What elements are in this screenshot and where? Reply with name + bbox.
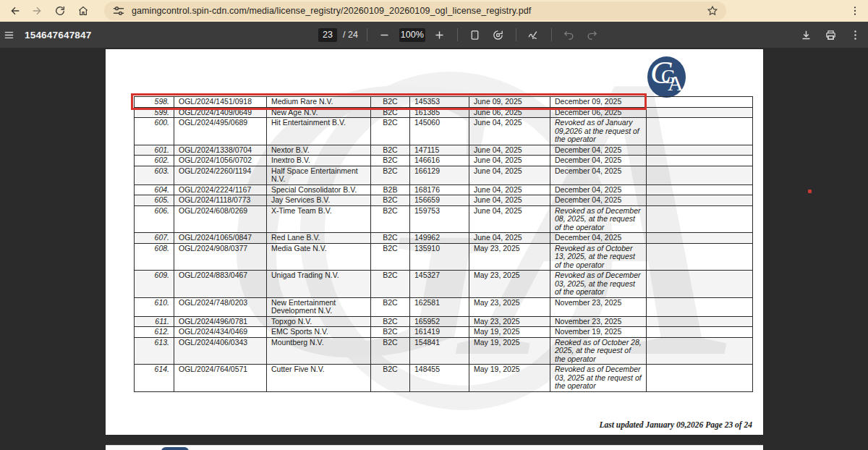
- redo-icon[interactable]: [584, 26, 601, 43]
- row-number-cell: 601.: [135, 145, 174, 156]
- annotate-pen-icon[interactable]: [525, 26, 542, 43]
- notes-cell: [647, 195, 753, 206]
- license-id-cell: OGL/2024/2260/1194: [174, 166, 267, 184]
- issue-date-cell: May 23, 2025: [469, 297, 550, 316]
- rotate-icon[interactable]: [490, 26, 507, 43]
- row-number-cell: 607.: [135, 233, 174, 244]
- status-cell: Reoked as of October 28, 2025, at the re…: [550, 337, 647, 365]
- url-text[interactable]: gamingcontrol.spin-cdn.com/media/license…: [132, 6, 700, 16]
- license-id-cell: OGL/2024/883/0467: [174, 271, 267, 298]
- status-cell: December 04, 2025: [550, 145, 647, 156]
- registry-number-cell: 147115: [410, 145, 469, 156]
- table-row: 610.OGL/2024/748/0203New Entertainment D…: [135, 297, 753, 316]
- browser-menu-icon[interactable]: [848, 3, 862, 19]
- screen: gamingcontrol.spin-cdn.com/media/license…: [0, 0, 868, 450]
- zoom-level-input[interactable]: 100%: [399, 28, 425, 42]
- license-type-cell: B2C: [371, 195, 410, 206]
- site-settings-icon[interactable]: [111, 4, 126, 18]
- issue-date-cell: June 04, 2025: [469, 156, 550, 166]
- notes-cell: [647, 233, 753, 244]
- divider: [457, 28, 458, 41]
- operator-name-cell: X-Time Team B.V.: [267, 205, 371, 233]
- pdf-page-24-edge: [106, 445, 763, 450]
- bookmark-star-icon[interactable]: [706, 4, 719, 17]
- pdf-page-23: GA C G A 598.OGL/2024/1451/0918Medium Ra…: [106, 49, 763, 435]
- pdf-toolbar: 154647647847 23 / 24 100%: [0, 22, 868, 48]
- license-type-cell: B2C: [371, 118, 410, 145]
- undo-icon[interactable]: [561, 26, 578, 43]
- status-cell: November 19, 2025: [550, 327, 647, 338]
- registry-number-cell: 146616: [410, 156, 469, 166]
- menu-icon[interactable]: [0, 26, 17, 43]
- operator-name-cell: Half Space Entertainment N.V.: [267, 166, 371, 184]
- table-row: 604.OGL/2024/2224/1167Special Consolidat…: [135, 184, 753, 195]
- address-bar[interactable]: gamingcontrol.spin-cdn.com/media/license…: [104, 1, 726, 20]
- issue-date-cell: June 04, 2025: [469, 205, 550, 233]
- reload-icon[interactable]: [49, 1, 71, 20]
- issue-date-cell: June 09, 2025: [469, 97, 550, 108]
- zoom-in-icon[interactable]: [431, 26, 448, 43]
- table-row: 599.OGL/2024/1409/0649New Age N.V.B2C161…: [135, 107, 753, 118]
- notes-cell: [647, 271, 753, 298]
- fit-page-icon[interactable]: [467, 26, 484, 43]
- license-id-cell: OGL/2024/1065/0847: [174, 233, 267, 244]
- issue-date-cell: June 04, 2025: [469, 166, 550, 184]
- table-row: 601.OGL/2024/1338/0704Nextor B.V.B2C1471…: [135, 145, 753, 156]
- table-row: 607.OGL/2024/1065/0847Red Lane B.V.B2C14…: [135, 233, 753, 244]
- row-number-cell: 608.: [135, 243, 174, 271]
- divider: [551, 28, 552, 41]
- operator-name-cell: New Entertainment Development N.V.: [267, 297, 371, 316]
- print-icon[interactable]: [822, 26, 839, 43]
- page-number-input[interactable]: 23: [318, 28, 337, 42]
- status-cell: November 23, 2025: [550, 316, 647, 327]
- cga-logo: C G A: [647, 56, 686, 98]
- notes-cell: [647, 205, 753, 233]
- license-type-cell: B2C: [371, 166, 410, 184]
- notes-cell: [647, 118, 753, 145]
- registry-number-cell: 165952: [410, 316, 469, 327]
- issue-date-cell: May 19, 2025: [469, 337, 550, 365]
- notes-cell: [647, 327, 753, 338]
- row-number-cell: 600.: [135, 118, 174, 145]
- status-cell: Revoked as of January 09,2026 at the req…: [550, 118, 647, 145]
- download-icon[interactable]: [797, 26, 814, 43]
- notes-cell: [647, 97, 753, 108]
- operator-name-cell: Hit Entertainment B.V.: [267, 118, 371, 145]
- license-type-cell: B2C: [371, 97, 410, 108]
- license-id-cell: OGL/2024/434/0469: [174, 327, 267, 338]
- license-type-cell: B2C: [371, 337, 410, 365]
- notes-cell: [647, 107, 753, 118]
- status-cell: December 09, 2025: [550, 97, 647, 108]
- table-row: 600.OGL/2024/495/0689Hit Entertainment B…: [135, 118, 753, 145]
- forward-icon[interactable]: [26, 1, 48, 20]
- notes-cell: [647, 145, 753, 156]
- issue-date-cell: May 19, 2025: [469, 365, 550, 392]
- issue-date-cell: June 04, 2025: [469, 195, 550, 206]
- license-type-cell: B2C: [371, 233, 410, 244]
- operator-name-cell: Mountberg N.V.: [267, 337, 371, 365]
- next-page-logo-partial: [161, 447, 189, 450]
- registry-number-cell: 145353: [410, 97, 469, 108]
- row-number-cell: 605.: [135, 195, 174, 206]
- license-id-cell: OGL/2024/495/0689: [174, 118, 267, 145]
- notes-cell: [647, 337, 753, 365]
- notes-cell: [647, 316, 753, 327]
- license-id-cell: OGL/2024/908/0377: [174, 243, 267, 271]
- row-number-cell: 609.: [135, 271, 174, 298]
- home-icon[interactable]: [72, 1, 94, 20]
- table-row: 609.OGL/2024/883/0467Unigad Trading N.V.…: [135, 271, 753, 298]
- license-id-cell: OGL/2024/1056/0702: [174, 156, 267, 166]
- license-id-cell: OGL/2024/1118/0773: [174, 195, 267, 206]
- pdf-more-menu-icon[interactable]: [846, 26, 864, 43]
- pdf-viewer-area[interactable]: GA C G A 598.OGL/2024/1451/0918Medium Ra…: [0, 48, 868, 450]
- notes-cell: [647, 156, 753, 166]
- status-cell: December 06, 2025: [550, 107, 647, 118]
- registry-number-cell: 149962: [410, 233, 469, 244]
- license-type-cell: B2C: [371, 243, 410, 271]
- issue-date-cell: May 23, 2025: [469, 243, 550, 271]
- row-number-cell: 611.: [135, 316, 174, 327]
- registry-number-cell: 148455: [410, 365, 469, 392]
- operator-name-cell: New Age N.V.: [267, 107, 371, 118]
- back-icon[interactable]: [4, 1, 26, 20]
- zoom-out-icon[interactable]: [376, 26, 393, 43]
